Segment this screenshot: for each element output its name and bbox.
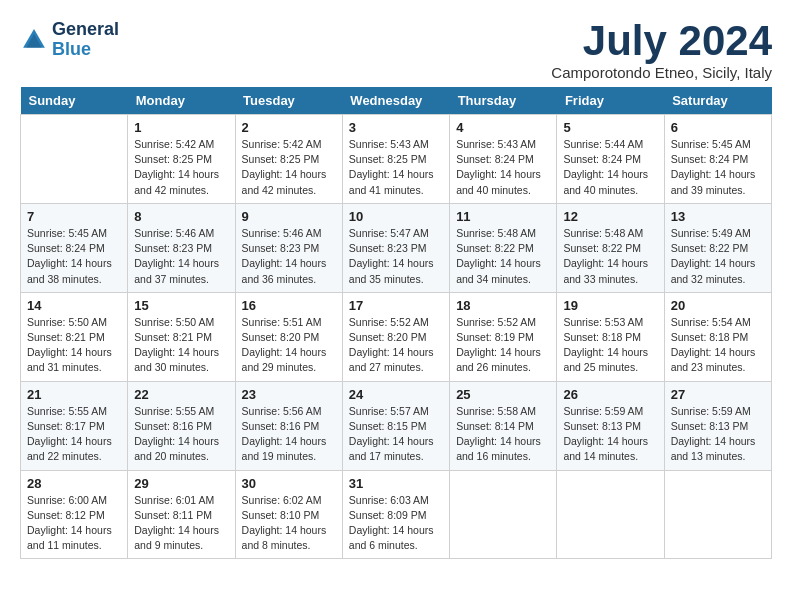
day-info: Sunrise: 5:43 AM Sunset: 8:24 PM Dayligh… [456,137,550,198]
day-info: Sunrise: 5:53 AM Sunset: 8:18 PM Dayligh… [563,315,657,376]
day-info: Sunrise: 5:51 AM Sunset: 8:20 PM Dayligh… [242,315,336,376]
day-number: 7 [27,209,121,224]
week-row-2: 7Sunrise: 5:45 AM Sunset: 8:24 PM Daylig… [21,203,772,292]
calendar-cell [664,470,771,559]
day-number: 16 [242,298,336,313]
weekday-header-tuesday: Tuesday [235,87,342,115]
day-info: Sunrise: 5:57 AM Sunset: 8:15 PM Dayligh… [349,404,443,465]
day-info: Sunrise: 6:03 AM Sunset: 8:09 PM Dayligh… [349,493,443,554]
day-number: 22 [134,387,228,402]
month-title: July 2024 [551,20,772,62]
day-info: Sunrise: 5:42 AM Sunset: 8:25 PM Dayligh… [134,137,228,198]
week-row-5: 28Sunrise: 6:00 AM Sunset: 8:12 PM Dayli… [21,470,772,559]
day-number: 24 [349,387,443,402]
calendar-cell: 20Sunrise: 5:54 AM Sunset: 8:18 PM Dayli… [664,292,771,381]
day-number: 5 [563,120,657,135]
calendar-cell: 15Sunrise: 5:50 AM Sunset: 8:21 PM Dayli… [128,292,235,381]
day-info: Sunrise: 5:44 AM Sunset: 8:24 PM Dayligh… [563,137,657,198]
calendar-cell: 13Sunrise: 5:49 AM Sunset: 8:22 PM Dayli… [664,203,771,292]
logo-text: General Blue [52,20,119,60]
logo: General Blue [20,20,119,60]
day-number: 9 [242,209,336,224]
calendar-cell: 22Sunrise: 5:55 AM Sunset: 8:16 PM Dayli… [128,381,235,470]
calendar-cell: 29Sunrise: 6:01 AM Sunset: 8:11 PM Dayli… [128,470,235,559]
day-number: 30 [242,476,336,491]
calendar-cell: 4Sunrise: 5:43 AM Sunset: 8:24 PM Daylig… [450,115,557,204]
day-number: 13 [671,209,765,224]
day-info: Sunrise: 5:46 AM Sunset: 8:23 PM Dayligh… [134,226,228,287]
day-info: Sunrise: 5:54 AM Sunset: 8:18 PM Dayligh… [671,315,765,376]
day-number: 4 [456,120,550,135]
calendar-cell [21,115,128,204]
calendar-cell: 3Sunrise: 5:43 AM Sunset: 8:25 PM Daylig… [342,115,449,204]
calendar-cell: 19Sunrise: 5:53 AM Sunset: 8:18 PM Dayli… [557,292,664,381]
day-number: 21 [27,387,121,402]
day-info: Sunrise: 6:00 AM Sunset: 8:12 PM Dayligh… [27,493,121,554]
weekday-header-saturday: Saturday [664,87,771,115]
day-number: 12 [563,209,657,224]
day-info: Sunrise: 5:43 AM Sunset: 8:25 PM Dayligh… [349,137,443,198]
calendar-cell: 14Sunrise: 5:50 AM Sunset: 8:21 PM Dayli… [21,292,128,381]
day-number: 23 [242,387,336,402]
logo-icon [20,26,48,54]
day-number: 25 [456,387,550,402]
day-info: Sunrise: 5:52 AM Sunset: 8:19 PM Dayligh… [456,315,550,376]
calendar-cell: 23Sunrise: 5:56 AM Sunset: 8:16 PM Dayli… [235,381,342,470]
week-row-1: 1Sunrise: 5:42 AM Sunset: 8:25 PM Daylig… [21,115,772,204]
day-info: Sunrise: 5:49 AM Sunset: 8:22 PM Dayligh… [671,226,765,287]
calendar-cell: 6Sunrise: 5:45 AM Sunset: 8:24 PM Daylig… [664,115,771,204]
calendar-cell: 1Sunrise: 5:42 AM Sunset: 8:25 PM Daylig… [128,115,235,204]
calendar-cell: 31Sunrise: 6:03 AM Sunset: 8:09 PM Dayli… [342,470,449,559]
day-number: 19 [563,298,657,313]
day-number: 27 [671,387,765,402]
calendar-cell [557,470,664,559]
day-info: Sunrise: 5:48 AM Sunset: 8:22 PM Dayligh… [456,226,550,287]
day-info: Sunrise: 5:45 AM Sunset: 8:24 PM Dayligh… [671,137,765,198]
calendar-cell: 16Sunrise: 5:51 AM Sunset: 8:20 PM Dayli… [235,292,342,381]
day-info: Sunrise: 5:59 AM Sunset: 8:13 PM Dayligh… [671,404,765,465]
day-info: Sunrise: 5:50 AM Sunset: 8:21 PM Dayligh… [27,315,121,376]
calendar-cell: 28Sunrise: 6:00 AM Sunset: 8:12 PM Dayli… [21,470,128,559]
day-info: Sunrise: 5:59 AM Sunset: 8:13 PM Dayligh… [563,404,657,465]
calendar-cell: 8Sunrise: 5:46 AM Sunset: 8:23 PM Daylig… [128,203,235,292]
weekday-header-friday: Friday [557,87,664,115]
day-number: 29 [134,476,228,491]
day-info: Sunrise: 5:50 AM Sunset: 8:21 PM Dayligh… [134,315,228,376]
day-info: Sunrise: 6:01 AM Sunset: 8:11 PM Dayligh… [134,493,228,554]
day-info: Sunrise: 5:55 AM Sunset: 8:17 PM Dayligh… [27,404,121,465]
calendar-cell: 18Sunrise: 5:52 AM Sunset: 8:19 PM Dayli… [450,292,557,381]
day-number: 14 [27,298,121,313]
calendar-cell: 30Sunrise: 6:02 AM Sunset: 8:10 PM Dayli… [235,470,342,559]
day-number: 18 [456,298,550,313]
calendar-cell: 2Sunrise: 5:42 AM Sunset: 8:25 PM Daylig… [235,115,342,204]
day-number: 1 [134,120,228,135]
weekday-header-wednesday: Wednesday [342,87,449,115]
weekday-header-sunday: Sunday [21,87,128,115]
day-info: Sunrise: 5:58 AM Sunset: 8:14 PM Dayligh… [456,404,550,465]
page-header: General Blue July 2024 Camporotondo Etne… [20,20,772,81]
calendar-cell: 9Sunrise: 5:46 AM Sunset: 8:23 PM Daylig… [235,203,342,292]
day-number: 15 [134,298,228,313]
location: Camporotondo Etneo, Sicily, Italy [551,64,772,81]
calendar-cell: 10Sunrise: 5:47 AM Sunset: 8:23 PM Dayli… [342,203,449,292]
day-number: 3 [349,120,443,135]
day-info: Sunrise: 5:45 AM Sunset: 8:24 PM Dayligh… [27,226,121,287]
calendar-cell: 17Sunrise: 5:52 AM Sunset: 8:20 PM Dayli… [342,292,449,381]
calendar-cell: 5Sunrise: 5:44 AM Sunset: 8:24 PM Daylig… [557,115,664,204]
day-number: 8 [134,209,228,224]
day-number: 10 [349,209,443,224]
calendar-cell: 12Sunrise: 5:48 AM Sunset: 8:22 PM Dayli… [557,203,664,292]
calendar-cell: 7Sunrise: 5:45 AM Sunset: 8:24 PM Daylig… [21,203,128,292]
day-info: Sunrise: 5:46 AM Sunset: 8:23 PM Dayligh… [242,226,336,287]
weekday-header-thursday: Thursday [450,87,557,115]
week-row-3: 14Sunrise: 5:50 AM Sunset: 8:21 PM Dayli… [21,292,772,381]
day-number: 28 [27,476,121,491]
week-row-4: 21Sunrise: 5:55 AM Sunset: 8:17 PM Dayli… [21,381,772,470]
calendar-cell: 21Sunrise: 5:55 AM Sunset: 8:17 PM Dayli… [21,381,128,470]
weekday-header-monday: Monday [128,87,235,115]
day-number: 11 [456,209,550,224]
calendar-cell: 25Sunrise: 5:58 AM Sunset: 8:14 PM Dayli… [450,381,557,470]
day-number: 17 [349,298,443,313]
calendar-cell: 27Sunrise: 5:59 AM Sunset: 8:13 PM Dayli… [664,381,771,470]
day-number: 31 [349,476,443,491]
